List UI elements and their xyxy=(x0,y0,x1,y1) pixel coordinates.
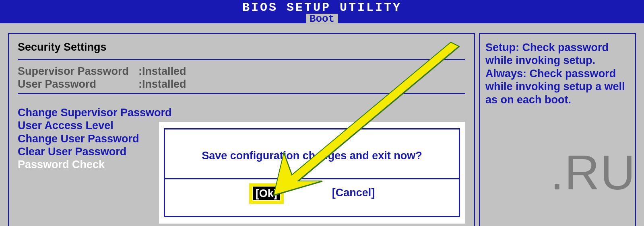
ok-button[interactable]: [Ok] xyxy=(253,187,280,200)
divider xyxy=(18,93,465,94)
status-label: Supervisor Password xyxy=(18,65,138,78)
status-supervisor-password: Supervisor Password :Installed xyxy=(18,65,465,78)
help-panel: Setup: Check password while invoking set… xyxy=(479,33,636,226)
dialog-message: Save configuration changes and exit now? xyxy=(165,129,459,178)
status-user-password: User Password :Installed xyxy=(18,78,465,90)
section-title: Security Settings xyxy=(18,41,465,53)
bios-header: BIOS SETUP UTILITY Boot xyxy=(0,0,644,23)
tab-boot[interactable]: Boot xyxy=(306,14,338,23)
status-value: :Installed xyxy=(138,78,186,90)
cancel-button[interactable]: [Cancel] xyxy=(332,187,375,207)
tab-bar: Boot xyxy=(0,14,644,23)
bios-title: BIOS SETUP UTILITY xyxy=(0,0,644,14)
status-label: User Password xyxy=(18,78,138,90)
ok-button-highlight: [Ok] xyxy=(249,183,284,204)
menu-change-supervisor-password[interactable]: Change Supervisor Password xyxy=(18,106,465,119)
confirm-dialog: Save configuration changes and exit now?… xyxy=(159,122,465,224)
dialog-buttons: [Ok] [Cancel] xyxy=(165,179,459,216)
divider xyxy=(18,59,465,60)
help-text: Setup: Check password while invoking set… xyxy=(485,41,630,106)
status-value: :Installed xyxy=(138,65,186,78)
